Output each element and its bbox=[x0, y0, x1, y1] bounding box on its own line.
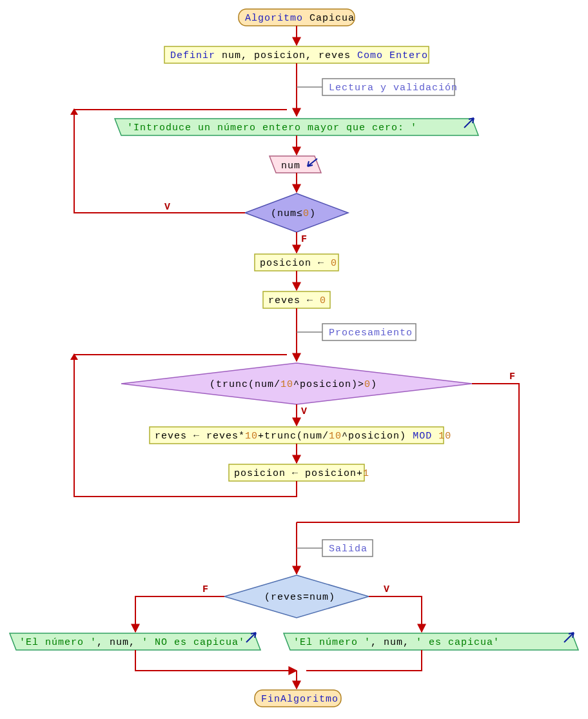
svg-text:Lectura y validación: Lectura y validación bbox=[329, 83, 458, 94]
start-name: Capicua bbox=[303, 13, 355, 24]
svg-text:Procesamiento: Procesamiento bbox=[329, 328, 413, 339]
input-num: num bbox=[270, 156, 321, 173]
svg-text:reves ← reves*10+trunc(num/10^: reves ← reves*10+trunc(num/10^posicion) … bbox=[155, 431, 451, 442]
assign-posicion-inc: posicion ← posicion+1 bbox=[229, 464, 369, 481]
svg-text:'El número ', num, ' es capicu: 'El número ', num, ' es capicua' bbox=[293, 637, 500, 648]
svg-text:'Introduce un número entero ma: 'Introduce un número entero mayor que ce… bbox=[127, 123, 417, 133]
output-es-capicua: 'El número ', num, ' es capicua' bbox=[284, 633, 578, 650]
start-keyword: Algoritmo bbox=[245, 13, 303, 24]
svg-text:'El número ', num, ' NO es cap: 'El número ', num, ' NO es capicua' bbox=[19, 637, 245, 648]
svg-text:(num≤0): (num≤0) bbox=[271, 208, 316, 219]
comment-lectura: Lectura y validación bbox=[297, 79, 458, 95]
decision-reves-eq-num: (reves=num) bbox=[224, 575, 369, 618]
svg-text:(trunc(num/10^posicion)>0): (trunc(num/10^posicion)>0) bbox=[210, 379, 377, 390]
comment-procesamiento: Procesamiento bbox=[297, 324, 416, 340]
define-statement: Definir num, posicion, reves Como Entero bbox=[164, 46, 429, 63]
assign-reves-0: reves ← 0 bbox=[263, 291, 330, 308]
comment-salida: Salida bbox=[297, 540, 373, 556]
assign-posicion-0: posicion ← 0 bbox=[255, 254, 338, 271]
svg-text:num: num bbox=[281, 161, 300, 172]
svg-text:reves ← 0: reves ← 0 bbox=[268, 295, 326, 306]
svg-text:posicion ← 0: posicion ← 0 bbox=[260, 258, 337, 269]
decision-num-leq-0: (num≤0) bbox=[245, 193, 348, 232]
output-prompt: 'Introduce un número entero mayor que ce… bbox=[115, 118, 478, 135]
label-v-1: V bbox=[164, 202, 171, 213]
start-terminal: Algoritmo Capicua bbox=[239, 9, 355, 26]
label-f-loop: F bbox=[509, 371, 516, 382]
end-terminal: FinAlgoritmo bbox=[255, 690, 341, 707]
svg-text:Algoritmo Capicua: Algoritmo Capicua bbox=[245, 13, 355, 24]
label-v-loop: V bbox=[301, 406, 308, 417]
label-f-1: F bbox=[301, 234, 308, 245]
assign-reves-update: reves ← reves*10+trunc(num/10^posicion) … bbox=[150, 427, 451, 444]
output-no-capicua: 'El número ', num, ' NO es capicua' bbox=[10, 633, 260, 650]
loop-condition: (trunc(num/10^posicion)>0) bbox=[121, 363, 472, 404]
svg-text:Salida: Salida bbox=[329, 544, 368, 555]
svg-text:posicion ← posicion+1: posicion ← posicion+1 bbox=[234, 468, 369, 479]
flowchart-canvas: Algoritmo Capicua Definir num, posicion,… bbox=[0, 0, 588, 719]
svg-text:Definir num, posicion, reves C: Definir num, posicion, reves Como Entero bbox=[170, 50, 428, 61]
svg-text:(reves=num): (reves=num) bbox=[264, 592, 335, 603]
svg-text:FinAlgoritmo: FinAlgoritmo bbox=[261, 694, 338, 705]
label-f-final: F bbox=[202, 584, 209, 595]
label-v-final: V bbox=[384, 584, 390, 595]
